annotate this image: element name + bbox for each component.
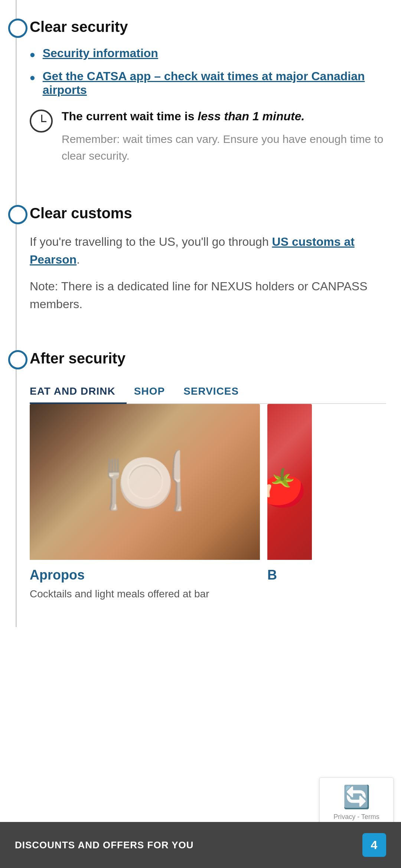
wait-time-prefix: The current wait time is — [62, 110, 198, 123]
apropos-card-description: Cocktails and light meals offered at bar — [30, 587, 260, 601]
clear-security-header: Clear security — [30, 19, 386, 35]
clock-icon — [30, 110, 53, 133]
timeline-line — [16, 0, 17, 627]
second-card-title: B — [267, 567, 312, 583]
clear-customs-header: Clear customs — [30, 205, 386, 222]
second-card-partial-image — [267, 404, 312, 560]
tab-shop[interactable]: SHOP — [134, 378, 176, 403]
clear-customs-title: Clear customs — [30, 205, 132, 222]
security-info-item: Security information — [30, 46, 386, 63]
tab-eat-and-drink[interactable]: EAT AND DRINK — [30, 378, 127, 403]
clear-security-title: Clear security — [30, 19, 128, 35]
wait-time-text: The current wait time is less than 1 min… — [62, 108, 386, 125]
apropos-card-body: Apropos Cocktails and light meals offere… — [30, 560, 260, 608]
after-security-section: After security EAT AND DRINK SHOP SERVIC… — [30, 332, 401, 627]
wait-time-note: Remember: wait times can vary. Ensure yo… — [62, 131, 386, 164]
timeline: Clear security Security information Get … — [0, 0, 401, 627]
apropos-card[interactable]: Apropos Cocktails and light meals offere… — [30, 404, 260, 608]
wait-time-highlight: less than 1 minute. — [198, 110, 304, 123]
after-security-header: After security — [30, 350, 386, 367]
tab-services[interactable]: SERVICES — [183, 378, 250, 403]
wait-time-content: The current wait time is less than 1 min… — [62, 108, 386, 164]
apropos-card-title: Apropos — [30, 567, 260, 583]
apropos-card-image — [30, 404, 260, 560]
after-security-circle-icon — [8, 350, 27, 369]
customs-body-after: . — [76, 253, 80, 266]
food-cards-container: Apropos Cocktails and light meals offere… — [30, 404, 386, 608]
tabs-bar: EAT AND DRINK SHOP SERVICES — [30, 378, 386, 404]
clear-customs-section: Clear customs If you're travelling to th… — [30, 186, 401, 332]
customs-body-before: If you're travelling to the US, you'll g… — [30, 235, 272, 248]
clear-customs-circle-icon — [8, 205, 27, 224]
customs-body: If you're travelling to the US, you'll g… — [30, 233, 386, 268]
customs-note: Note: There is a dedicated line for NEXU… — [30, 277, 386, 313]
catsa-app-link[interactable]: Get the CATSA app – check wait times at … — [43, 69, 386, 97]
security-links-list: Security information Get the CATSA app –… — [30, 46, 386, 97]
food-image-sim — [30, 404, 260, 560]
catsa-app-item: Get the CATSA app – check wait times at … — [30, 69, 386, 97]
page-container: Clear security Security information Get … — [0, 0, 401, 627]
second-card-body: B — [267, 560, 312, 594]
clear-security-section: Clear security Security information Get … — [30, 0, 401, 186]
wait-time-box: The current wait time is less than 1 min… — [30, 108, 386, 164]
after-security-title: After security — [30, 350, 125, 367]
security-info-link[interactable]: Security information — [43, 46, 158, 60]
clear-security-circle-icon — [8, 19, 27, 38]
second-card-partial[interactable]: B — [267, 404, 312, 608]
